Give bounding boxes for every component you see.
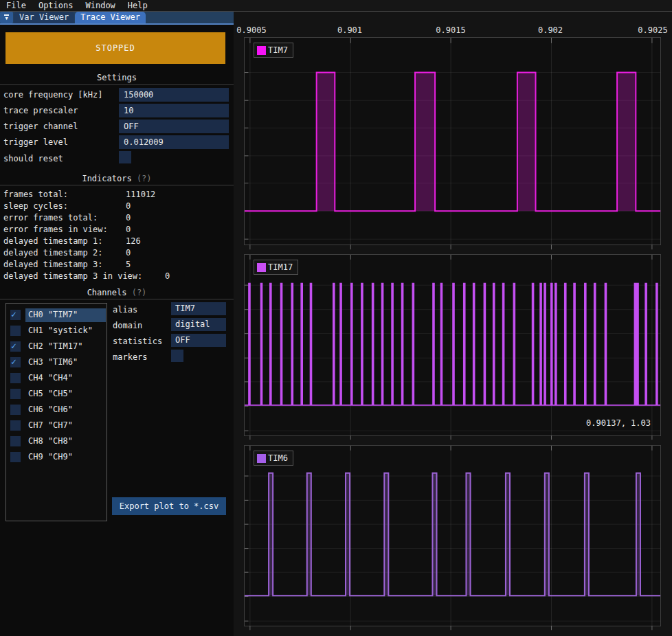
control-panel: STOPPED Settings core frequency [kHz] tr… [0, 25, 234, 636]
indicator-value: 126 [126, 236, 141, 246]
trigger-channel-label: trigger channel [3, 122, 78, 131]
indicator-label: sleep cycles: [3, 201, 68, 211]
should-reset-checkbox[interactable] [119, 151, 131, 163]
plot-tim6[interactable]: TIM6 [244, 445, 661, 626]
indicator-label: delayed timestamp 3: [3, 260, 103, 269]
legend-label: TIM7 [268, 45, 288, 55]
alias-label: alias [113, 305, 137, 315]
trigger-level-input[interactable] [119, 135, 229, 149]
channel-row-ch5[interactable]: CH5 "CH5" [6, 387, 107, 401]
settings-header: Settings [0, 73, 234, 82]
domain-label: domain [113, 321, 142, 330]
menu-help[interactable]: Help [122, 0, 154, 12]
menu-window[interactable]: Window [79, 0, 121, 12]
channel-checkbox[interactable] [10, 420, 21, 431]
trigger-channel-select[interactable]: OFF [119, 120, 229, 133]
channels-header: Channels (?) [0, 288, 234, 297]
indicator-label: frames total: [3, 190, 68, 199]
indicator-value: 0 [126, 248, 131, 258]
indicator-value: 0 [126, 213, 131, 223]
channel-row-ch4[interactable]: CH4 "CH4" [6, 372, 107, 385]
x-axis-tick-label: 0.9005 [236, 25, 266, 35]
menu-bar: File Options Window Help [0, 0, 672, 12]
indicator-label: delayed timestamp 3 in view: [3, 271, 142, 281]
start-stop-button[interactable]: STOPPED [5, 32, 225, 64]
legend-swatch [257, 46, 266, 55]
channel-row-ch3[interactable]: CH3 "TIM6" [6, 356, 107, 370]
channel-row-ch0[interactable]: CH0 "TIM7" [6, 308, 107, 322]
indicators-help-icon[interactable]: (?) [137, 174, 152, 183]
menu-options[interactable]: Options [32, 0, 80, 12]
tab-var-viewer[interactable]: Var Viewer [14, 12, 74, 23]
channel-checkbox[interactable] [10, 373, 21, 383]
separator [0, 185, 234, 185]
indicator-label: delayed timestamp 1: [3, 236, 103, 246]
legend-label: TIM6 [268, 453, 288, 463]
plot-tim17[interactable]: TIM17 0.90137, 1.03 [244, 254, 661, 436]
plot-tim7[interactable]: TIM7 [244, 37, 661, 245]
channel-checkbox[interactable] [10, 389, 21, 399]
channel-checkbox[interactable] [10, 405, 21, 415]
x-axis-tick-label: 0.902 [538, 25, 563, 35]
channel-row-ch9[interactable]: CH9 "CH9" [6, 451, 107, 464]
tim7-waveform [245, 38, 660, 245]
channel-row-ch2[interactable]: CH2 "TIM17" [6, 340, 107, 354]
legend-swatch [257, 454, 266, 463]
indicator-label: delayed timestamp 2: [3, 248, 103, 258]
menu-file[interactable]: File [0, 0, 32, 12]
channel-row-ch7[interactable]: CH7 "CH7" [6, 419, 107, 433]
indicators-header: Indicators (?) [0, 174, 234, 183]
legend-label: TIM17 [268, 262, 293, 272]
indicator-value: 0 [126, 201, 131, 211]
indicator-value: 0 [126, 225, 131, 234]
tim17-waveform [245, 255, 660, 435]
channel-checkbox[interactable] [10, 357, 21, 367]
indicator-value: 5 [126, 260, 131, 269]
x-axis-tick-label: 0.9015 [436, 25, 465, 35]
statistics-select[interactable]: OFF [171, 334, 226, 347]
alias-input[interactable]: TIM7 [171, 302, 226, 315]
statistics-label: statistics [113, 337, 162, 346]
channel-row-ch6[interactable]: CH6 "CH6" [6, 403, 107, 417]
should-reset-label: should reset [3, 154, 63, 163]
core-frequency-label: core frequency [kHz] [3, 90, 103, 100]
indicator-value: 111012 [126, 190, 155, 199]
channel-checkbox[interactable] [10, 310, 21, 320]
channel-checkbox[interactable] [10, 436, 21, 446]
domain-select[interactable]: digital [171, 318, 226, 331]
tab-bar: ▼ Var Viewer Trace Viewer [0, 12, 234, 25]
channel-row-ch8[interactable]: CH8 "CH8" [6, 435, 107, 448]
markers-label: markers [113, 352, 148, 362]
legend-tim7[interactable]: TIM7 [254, 43, 293, 58]
indicator-label: error frames total: [3, 213, 98, 223]
indicator-value: 0 [165, 271, 170, 281]
channel-row-ch1[interactable]: CH1 "systick" [6, 324, 107, 338]
channel-checkbox[interactable] [10, 452, 21, 462]
trace-prescaler-input[interactable] [119, 104, 229, 117]
trace-prescaler-label: trace prescaler [3, 106, 78, 115]
tab-list-icon[interactable]: ▼ [0, 12, 13, 23]
x-axis-tick-label: 0.901 [337, 25, 362, 35]
channels-help-icon[interactable]: (?) [132, 288, 147, 297]
separator [0, 84, 234, 85]
plot-area: 0.9005 0.901 0.9015 0.902 0.9025 TIM7 TI… [234, 12, 672, 636]
chevron-down-icon: ▼ [5, 16, 8, 21]
cursor-position-readout: 0.90137, 1.03 [586, 418, 651, 428]
legend-swatch [257, 263, 266, 272]
core-frequency-input[interactable] [119, 88, 229, 102]
channel-list: CH0 "TIM7" CH1 "systick" CH2 "TIM17" CH3… [5, 303, 107, 521]
markers-checkbox[interactable] [171, 350, 183, 362]
channel-checkbox[interactable] [10, 341, 21, 352]
tim6-waveform [245, 446, 660, 626]
tab-trace-viewer[interactable]: Trace Viewer [75, 12, 146, 23]
x-axis-tick-label: 0.9025 [638, 25, 667, 35]
trigger-level-label: trigger level [3, 137, 68, 147]
indicator-label: error frames in view: [3, 225, 108, 234]
legend-tim17[interactable]: TIM17 [254, 260, 298, 275]
channel-checkbox[interactable] [10, 326, 21, 336]
legend-tim6[interactable]: TIM6 [254, 451, 293, 466]
separator [0, 299, 234, 299]
export-csv-button[interactable]: Export plot to *.csv [112, 497, 226, 515]
